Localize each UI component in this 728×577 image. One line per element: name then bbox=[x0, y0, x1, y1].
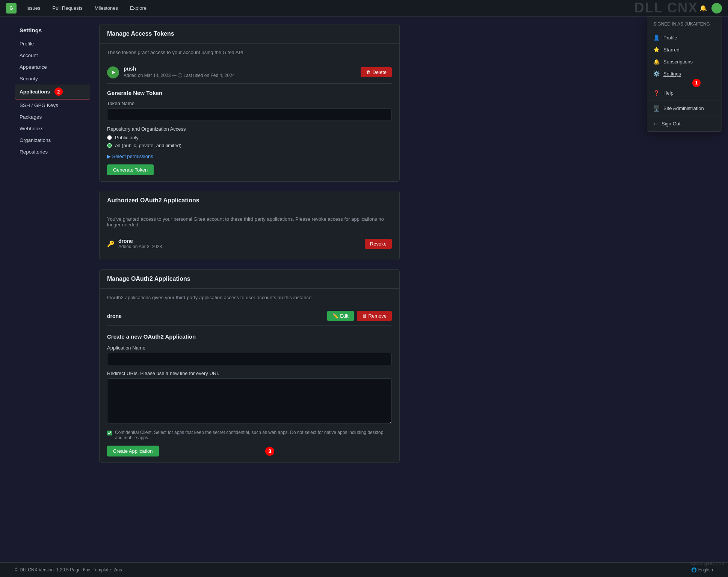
radio-public-input[interactable] bbox=[107, 135, 112, 140]
oauth-app-info: drone Added on Apr 3, 2023 bbox=[118, 238, 162, 249]
dropdown-settings[interactable]: ⚙️ Settings bbox=[647, 68, 722, 80]
radio-all: All (public, private, and limited) bbox=[107, 143, 392, 148]
redirect-uris-label: Redirect URIs. Please use a new line for… bbox=[107, 371, 392, 376]
notifications-icon[interactable]: 🔔 bbox=[699, 5, 707, 12]
confidential-group: Confidential Client. Select for apps tha… bbox=[107, 430, 392, 440]
sidebar-item-profile[interactable]: Profile bbox=[15, 38, 90, 50]
confidential-checkbox[interactable] bbox=[107, 431, 112, 435]
signout-icon: ↩ bbox=[653, 121, 658, 127]
manage-oauth2-section: Manage OAuth2 Applications OAuth2 applic… bbox=[99, 269, 400, 463]
access-tokens-desc: These tokens grant access to your accoun… bbox=[107, 50, 392, 55]
dropdown-subscriptions[interactable]: 🔔 Subscriptions bbox=[647, 56, 722, 68]
authorized-oauth2-body: You've granted access to your personal G… bbox=[100, 210, 399, 260]
token-item: ➤ push Added on Mar 14, 2023 — ⓘ Last us… bbox=[107, 61, 392, 84]
nav-milestones[interactable]: Milestones bbox=[92, 4, 120, 12]
nav-explore[interactable]: Explore bbox=[128, 4, 149, 12]
csdn-watermark: CSDN @DLLCNX bbox=[691, 561, 724, 566]
site-logo[interactable]: G bbox=[6, 3, 17, 14]
authorized-oauth2-section: Authorized OAuth2 Applications You've gr… bbox=[99, 191, 400, 260]
dropdown-help[interactable]: ❓ Help bbox=[647, 87, 722, 99]
authorized-oauth2-title: Authorized OAuth2 Applications bbox=[100, 191, 399, 210]
manage-oauth2-title: Manage OAuth2 Applications bbox=[100, 270, 399, 289]
sidebar-item-organizations[interactable]: Organizations bbox=[15, 134, 90, 146]
app-name-label: Application Name bbox=[107, 345, 392, 351]
access-tokens-section: Manage Access Tokens These tokens grant … bbox=[99, 24, 400, 182]
footer: © DLLCNX Version: 1.20.5 Page: 6ms Templ… bbox=[0, 562, 728, 577]
sidebar-item-applications[interactable]: Applications 2 bbox=[15, 84, 90, 99]
profile-icon: 👤 bbox=[653, 35, 660, 41]
token-name: push bbox=[124, 66, 235, 72]
main-layout: Settings Profile Account Appearance Secu… bbox=[0, 17, 728, 562]
radio-group: Public only All (public, private, and li… bbox=[107, 135, 392, 148]
select-perms[interactable]: ▶ Select permissions bbox=[107, 154, 392, 159]
revoke-button[interactable]: Revoke bbox=[365, 239, 392, 249]
create-oauth2-title: Create a new OAuth2 Application bbox=[107, 333, 392, 340]
radio-public-label: Public only bbox=[115, 135, 139, 140]
oauth-app-item: 🔑 drone Added on Apr 3, 2023 Revoke bbox=[107, 234, 392, 254]
confidential-label: Confidential Client. Select for apps tha… bbox=[115, 430, 392, 440]
sidebar-item-packages[interactable]: Packages bbox=[15, 111, 90, 123]
dropdown-site-admin[interactable]: 🖥️ Site Administration bbox=[647, 102, 722, 114]
nav-issues[interactable]: Issues bbox=[24, 4, 43, 12]
dropdown-profile-label: Profile bbox=[663, 35, 677, 41]
token-icon: ➤ bbox=[107, 66, 119, 78]
generate-token-button[interactable]: Generate Token bbox=[107, 164, 154, 175]
generate-token-title: Generate New Token bbox=[107, 90, 392, 96]
dropdown-divider bbox=[647, 101, 722, 101]
topnav: G Issues Pull Requests Milestones Explor… bbox=[0, 0, 728, 17]
manage-app-name: drone bbox=[107, 313, 122, 319]
token-meta: Added on Mar 14, 2023 — ⓘ Last used on F… bbox=[124, 72, 235, 79]
manage-oauth2-desc: OAuth2 applications gives your third-par… bbox=[107, 295, 392, 300]
dropdown-site-admin-label: Site Administration bbox=[663, 105, 704, 111]
delete-token-button[interactable]: 🗑 Delete bbox=[361, 67, 392, 77]
dropdown-signout-label: Sign Out bbox=[662, 121, 681, 127]
dropdown-divider-2 bbox=[647, 116, 722, 116]
sidebar-item-ssh-gpg[interactable]: SSH / GPG Keys bbox=[15, 99, 90, 111]
token-name-label: Token Name bbox=[107, 101, 392, 106]
oauth-app-date: Added on Apr 3, 2023 bbox=[118, 244, 162, 249]
edit-icon: ✏️ bbox=[332, 313, 338, 319]
sidebar: Settings Profile Account Appearance Secu… bbox=[15, 24, 90, 555]
footer-left: © DLLCNX Version: 1.20.5 Page: 6ms Templ… bbox=[15, 567, 122, 572]
sidebar-item-repositories[interactable]: Repositories bbox=[15, 146, 90, 158]
dropdown-starred[interactable]: ⭐ Starred bbox=[647, 44, 722, 56]
create-oauth2-section: Create a new OAuth2 Application Applicat… bbox=[107, 333, 392, 456]
oauth-app-name: drone bbox=[118, 238, 162, 244]
radio-all-input[interactable] bbox=[107, 143, 112, 148]
remove-app-button[interactable]: 🗑 Remove bbox=[357, 311, 392, 321]
key-icon: 🔑 bbox=[107, 240, 115, 247]
dropdown-starred-label: Starred bbox=[663, 47, 680, 53]
sidebar-item-appearance[interactable]: Appearance bbox=[15, 61, 90, 73]
dropdown-profile[interactable]: 👤 Profile bbox=[647, 32, 722, 44]
manage-oauth2-body: OAuth2 applications gives your third-par… bbox=[100, 289, 399, 463]
radio-all-label: All (public, private, and limited) bbox=[115, 143, 181, 148]
annotation-3: 3 bbox=[265, 447, 274, 456]
avatar[interactable] bbox=[711, 3, 722, 14]
oauth-app-left: 🔑 drone Added on Apr 3, 2023 bbox=[107, 238, 162, 249]
gear-icon: ⚙️ bbox=[653, 71, 660, 77]
manage-app-btns: ✏️ Edit 🗑 Remove bbox=[327, 311, 392, 321]
repo-access-label: Repository and Organization Access bbox=[107, 126, 392, 132]
sidebar-title: Settings bbox=[15, 24, 90, 36]
edit-app-button[interactable]: ✏️ Edit bbox=[327, 311, 353, 321]
sidebar-item-account[interactable]: Account bbox=[15, 50, 90, 61]
admin-icon: 🖥️ bbox=[653, 105, 660, 111]
manage-app-item: drone ✏️ Edit 🗑 Remove bbox=[107, 306, 392, 326]
app-name-input[interactable] bbox=[107, 353, 392, 365]
nav-pull-requests[interactable]: Pull Requests bbox=[50, 4, 85, 12]
annotation-2: 2 bbox=[54, 87, 63, 96]
sidebar-item-security[interactable]: Security bbox=[15, 73, 90, 84]
create-application-button[interactable]: Create Application bbox=[107, 446, 159, 456]
bell-icon: 🔔 bbox=[653, 59, 660, 65]
trash-icon: 🗑 bbox=[366, 69, 371, 75]
dropdown-header: SIGNED IN AS JUKAIFENG bbox=[647, 18, 722, 30]
help-icon: ❓ bbox=[653, 90, 660, 96]
access-tokens-body: These tokens grant access to your accoun… bbox=[100, 44, 399, 181]
token-name-input[interactable] bbox=[107, 108, 392, 121]
dropdown-help-label: Help bbox=[663, 90, 674, 96]
redirect-uris-input[interactable] bbox=[107, 378, 392, 423]
token-info: push Added on Mar 14, 2023 — ⓘ Last used… bbox=[124, 66, 235, 79]
sidebar-item-webhooks[interactable]: Webhooks bbox=[15, 123, 90, 134]
star-icon: ⭐ bbox=[653, 47, 660, 53]
dropdown-signout[interactable]: ↩ Sign Out bbox=[647, 118, 722, 130]
